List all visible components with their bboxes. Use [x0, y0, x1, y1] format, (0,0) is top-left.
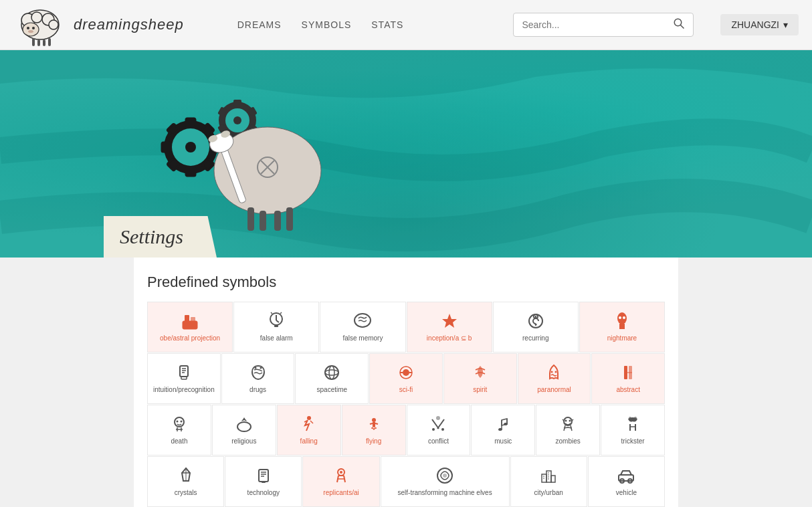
- svg-point-73: [325, 370, 338, 375]
- svg-rect-29: [233, 100, 241, 106]
- svg-rect-66: [181, 377, 187, 379]
- svg-point-70: [254, 367, 256, 369]
- abstract-label: abstract: [616, 386, 640, 394]
- symbol-cell-false-alarm[interactable]: false alarm: [233, 302, 319, 352]
- spacetime-icon: [322, 363, 341, 382]
- svg-point-96: [432, 428, 435, 431]
- symbol-cell-recurring[interactable]: recurring: [493, 302, 579, 352]
- symbol-cell-abstract[interactable]: abstract: [591, 353, 665, 404]
- obe-label: obe/astral projection: [160, 334, 220, 342]
- main-nav: DREAMS SYMBOLS STATS: [237, 19, 404, 30]
- svg-line-14: [681, 25, 684, 28]
- symbol-cell-self-transforming[interactable]: self-transforming machine elves: [381, 456, 510, 507]
- symbol-cell-intuition[interactable]: intuition/precognition: [147, 353, 221, 404]
- svg-point-107: [629, 417, 631, 419]
- technology-icon: [254, 466, 273, 485]
- settings-title: Settings: [120, 225, 183, 247]
- svg-rect-123: [551, 476, 555, 482]
- self-transforming-icon: [435, 466, 454, 485]
- svg-rect-46: [286, 207, 293, 231]
- symbol-cell-obe[interactable]: obe/astral projection: [147, 302, 233, 352]
- svg-rect-49: [191, 317, 195, 322]
- symbol-cell-spacetime[interactable]: spacetime: [295, 353, 369, 404]
- symbol-cell-paranormal[interactable]: paranormal: [518, 353, 591, 404]
- header: dreamingsheep DREAMS SYMBOLS STATS ZHUAN…: [0, 0, 812, 50]
- svg-point-120: [443, 474, 447, 478]
- svg-point-118: [340, 471, 342, 474]
- svg-point-6: [27, 27, 29, 29]
- flying-icon: [365, 415, 383, 433]
- search-button[interactable]: [673, 17, 685, 32]
- symbol-cell-crystals[interactable]: crystals: [147, 456, 224, 507]
- svg-marker-60: [534, 324, 537, 326]
- svg-point-71: [260, 367, 262, 369]
- hero-section: Settings: [0, 50, 812, 258]
- paranormal-icon: [544, 363, 563, 382]
- svg-point-64: [623, 316, 625, 319]
- svg-point-97: [441, 428, 444, 431]
- svg-rect-43: [247, 207, 254, 231]
- brand-name: dreamingsheep: [74, 16, 184, 33]
- nav-stats[interactable]: STATS: [371, 19, 403, 30]
- svg-point-75: [403, 369, 409, 376]
- svg-point-56: [354, 314, 371, 327]
- page-wrapper: dreamingsheep DREAMS SYMBOLS STATS ZHUAN…: [0, 0, 812, 507]
- trickster-icon: [623, 415, 642, 433]
- symbol-cell-conflict[interactable]: conflict: [407, 405, 471, 455]
- symbol-cell-religious[interactable]: religious: [212, 405, 276, 455]
- svg-point-86: [180, 421, 182, 423]
- replicants-label: replicants/ai: [323, 489, 359, 497]
- svg-line-54: [280, 312, 282, 314]
- symbol-cell-spirit[interactable]: spirit: [443, 353, 517, 404]
- svg-line-94: [437, 419, 444, 429]
- svg-rect-65: [180, 366, 188, 377]
- false-alarm-label: false alarm: [260, 334, 293, 342]
- music-label: music: [494, 437, 512, 445]
- svg-line-53: [271, 312, 272, 314]
- svg-rect-47: [183, 321, 197, 329]
- nav-dreams[interactable]: DREAMS: [237, 19, 282, 30]
- symbol-cell-flying[interactable]: flying: [342, 405, 406, 455]
- svg-rect-11: [43, 39, 45, 46]
- svg-rect-24: [162, 142, 170, 152]
- svg-rect-62: [619, 324, 625, 329]
- search-input[interactable]: [522, 19, 673, 30]
- obe-icon: [180, 312, 200, 330]
- self-transforming-label: self-transforming machine elves: [398, 489, 492, 497]
- nav-symbols[interactable]: SYMBOLS: [302, 19, 352, 30]
- recurring-icon: [526, 312, 545, 330]
- symbol-cell-technology[interactable]: technology: [225, 456, 302, 507]
- intuition-icon: [175, 363, 193, 382]
- svg-line-52: [276, 320, 279, 322]
- abstract-icon: [619, 363, 637, 382]
- symbol-cell-nightmare[interactable]: nightmare: [579, 302, 665, 352]
- svg-rect-55: [274, 325, 278, 327]
- symbol-cell-replicants[interactable]: replicants/ai: [302, 456, 379, 507]
- death-icon: [170, 415, 189, 433]
- symbol-cell-death[interactable]: death: [147, 405, 211, 455]
- symbol-cell-scifi[interactable]: sci-fi: [369, 353, 443, 404]
- symbol-cell-vehicle[interactable]: vehicle: [588, 456, 665, 507]
- symbol-cell-music[interactable]: music: [471, 405, 535, 455]
- symbol-cell-city[interactable]: city/urban: [510, 456, 587, 507]
- symbol-cell-trickster[interactable]: trickster: [601, 405, 665, 455]
- vehicle-icon: [617, 466, 635, 485]
- svg-point-5: [23, 23, 39, 36]
- symbols-row-4: crystals technology: [147, 456, 665, 507]
- zombies-icon: [559, 415, 577, 433]
- symbol-cell-falling[interactable]: falling: [277, 405, 341, 455]
- religious-label: religious: [231, 437, 256, 445]
- symbol-cell-zombies[interactable]: zombies: [536, 405, 600, 455]
- inception-label: inception/a ⊆ b: [427, 334, 472, 342]
- svg-rect-12: [48, 38, 51, 46]
- symbol-cell-drugs[interactable]: drugs: [221, 353, 295, 404]
- user-menu-button[interactable]: ZHUANGZI ▾: [720, 14, 799, 35]
- svg-point-61: [617, 312, 627, 324]
- svg-point-104: [569, 420, 571, 422]
- crystals-label: crystals: [175, 489, 197, 497]
- symbol-cell-inception[interactable]: inception/a ⊆ b: [407, 302, 492, 352]
- predefined-symbols-title: Predefined symbols: [147, 274, 665, 291]
- symbols-row-1: obe/astral projection false alarm: [147, 302, 665, 352]
- symbol-cell-false-memory[interactable]: false memory: [320, 302, 405, 352]
- svg-point-2: [31, 12, 42, 23]
